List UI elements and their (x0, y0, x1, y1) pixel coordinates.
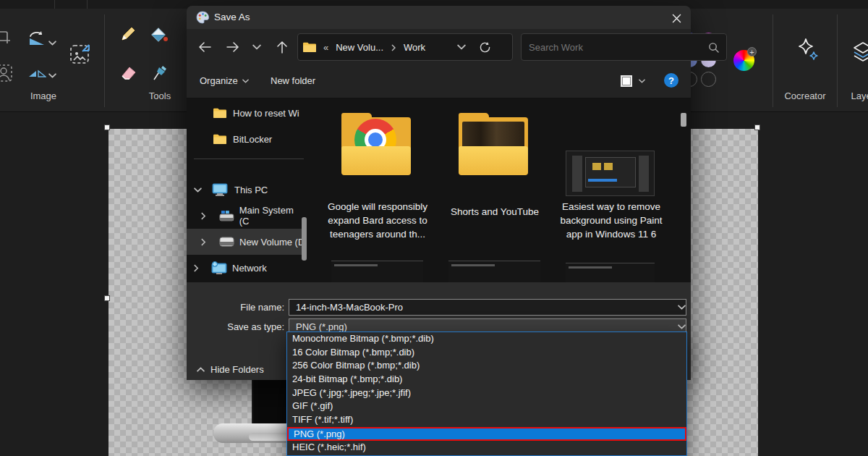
address-bar[interactable]: « New Volu... Work (297, 33, 513, 61)
close-icon[interactable] (665, 9, 687, 28)
sidebar-scrollbar[interactable] (302, 217, 307, 261)
menu-divider (54, 0, 55, 9)
expand-chevron-down-icon[interactable] (194, 187, 202, 193)
view-options-icon (618, 73, 634, 89)
view-options-chevron-icon (639, 79, 645, 83)
file-thumbnail-partial[interactable] (566, 263, 655, 282)
file-image-easiest-way[interactable] (566, 151, 655, 196)
dialog-title-bar[interactable]: Save As (187, 6, 691, 29)
file-name-chevron-icon[interactable] (678, 305, 686, 310)
file-list-scrollbar[interactable] (681, 113, 686, 127)
dropdown-option[interactable]: 24-bit Bitmap (*.bmp;*.dib) (287, 373, 686, 387)
sidebar-item-new-volume[interactable]: New Volume (D (187, 229, 305, 255)
this-pc-icon (212, 183, 228, 196)
file-label[interactable]: Easiest way to remove background using P… (560, 200, 663, 241)
search-box[interactable] (521, 33, 727, 61)
add-color-icon[interactable]: + (747, 47, 757, 56)
folder-front (341, 146, 411, 175)
thumbnail-detail (572, 156, 582, 192)
dropdown-option[interactable]: TIFF (*.tif;*.tiff) (287, 413, 686, 427)
sidebar-item-label: How to reset Wi (233, 108, 299, 119)
help-icon[interactable]: ? (664, 73, 678, 88)
crop-icon[interactable] (0, 28, 12, 45)
layers-button-label[interactable]: Layers (851, 90, 868, 101)
file-thumbnail-partial[interactable] (448, 261, 540, 282)
thumbnail-detail (585, 157, 636, 187)
breadcrumb-overflow[interactable]: « (323, 42, 328, 53)
sidebar-item-network[interactable]: Network (187, 255, 305, 281)
selection-icon[interactable] (0, 64, 13, 83)
sidebar-item-how-to-reset[interactable]: How to reset Wi (187, 100, 305, 126)
folder-icon (213, 107, 227, 119)
system-drive-icon (219, 210, 234, 222)
search-input[interactable] (529, 42, 695, 53)
breadcrumb-chevron-icon (391, 44, 396, 51)
forward-icon[interactable] (224, 38, 242, 56)
cocreator-button-label[interactable]: Cocreator (784, 90, 825, 101)
thumbnail-detail (588, 179, 617, 182)
rotate-icon[interactable] (27, 29, 46, 48)
resize-image-icon[interactable] (69, 41, 93, 64)
selection-handle-left-middle[interactable] (104, 295, 110, 301)
expand-chevron-right-icon[interactable] (200, 238, 206, 246)
sidebar-item-label: Network (232, 263, 267, 274)
file-name-input[interactable] (289, 299, 686, 316)
organize-chevron-icon (242, 79, 249, 83)
dropdown-option[interactable]: 256 Color Bitmap (*.bmp;*.dib) (287, 359, 686, 373)
color-swatch-empty[interactable] (701, 72, 716, 87)
back-icon[interactable] (195, 38, 214, 56)
save-as-type-chevron-icon[interactable] (678, 324, 686, 329)
address-dropdown-chevron-icon[interactable] (457, 44, 466, 50)
sidebar-item-label: New Volume (D (239, 237, 305, 248)
thumbnail-detail (451, 264, 495, 266)
hide-folders-button[interactable]: Hide Folders (197, 364, 264, 375)
recent-locations-chevron-icon[interactable] (250, 41, 263, 53)
dropdown-option[interactable]: HEIC (*.heic;*.hif) (287, 441, 686, 455)
folder-photo-preview (462, 122, 524, 148)
selection-handle-top-left[interactable] (104, 124, 110, 130)
file-thumbnail-partial[interactable] (331, 261, 423, 282)
breadcrumb-current[interactable]: Work (404, 42, 425, 53)
chevron-up-icon (197, 367, 205, 372)
sidebar-item-bitlocker[interactable]: BitLocker (187, 126, 305, 152)
file-folder-google[interactable] (341, 113, 411, 175)
sidebar-item-label: Main System (C (239, 205, 305, 227)
dropdown-option[interactable]: 16 Color Bitmap (*.bmp;*.dib) (287, 346, 686, 360)
eraser-icon[interactable] (120, 64, 137, 80)
search-icon[interactable] (708, 42, 719, 53)
dialog-title: Save As (214, 12, 250, 22)
rotate-dropdown-chevron-icon[interactable] (48, 41, 56, 46)
flip-icon[interactable] (28, 64, 46, 79)
sidebar-item-label: BitLocker (233, 134, 272, 145)
file-label[interactable]: Shorts and YouTube (443, 205, 546, 219)
sidebar-item-main-system[interactable]: Main System (C (187, 203, 305, 229)
file-folder-shorts[interactable] (459, 113, 528, 175)
layers-icon[interactable] (851, 39, 868, 62)
new-folder-button[interactable]: New folder (271, 75, 315, 86)
sidebar-divider (194, 159, 304, 159)
cocreator-icon[interactable] (796, 38, 822, 64)
expand-chevron-right-icon[interactable] (200, 212, 206, 220)
organize-button[interactable]: Organize (200, 75, 249, 86)
color-picker-icon[interactable] (152, 64, 168, 82)
dropdown-option[interactable]: GIF (*.gif) (287, 400, 686, 413)
dropdown-option[interactable]: JPEG (*.jpg;*.jpeg;*.jpe;*.jfif) (287, 387, 686, 400)
view-options-button[interactable] (618, 73, 645, 89)
selection-handle-top-right[interactable] (754, 124, 760, 130)
file-browser-body: How to reset Wi BitLocker This PC (187, 98, 691, 282)
dropdown-option[interactable]: Monochrome Bitmap (*.bmp;*.dib) (287, 332, 686, 346)
up-icon[interactable] (273, 37, 292, 57)
fill-icon[interactable] (150, 26, 169, 45)
expand-chevron-right-icon[interactable] (193, 264, 199, 272)
sidebar-item-label: This PC (234, 185, 268, 195)
refresh-icon[interactable] (479, 41, 491, 54)
pencil-icon[interactable] (119, 25, 137, 43)
breadcrumb-root[interactable]: New Volu... (336, 42, 383, 53)
dropdown-option-selected-png[interactable]: PNG (*.png) (287, 427, 686, 441)
save-as-type-value: PNG (*.png) (296, 321, 347, 332)
organize-label: Organize (200, 75, 238, 86)
file-label[interactable]: Google will responsibly expand Bard acce… (326, 200, 429, 241)
sidebar-item-this-pc[interactable]: This PC (187, 177, 305, 203)
paint-app-window: Image (0, 0, 868, 456)
flip-dropdown-chevron-icon[interactable] (48, 73, 56, 78)
